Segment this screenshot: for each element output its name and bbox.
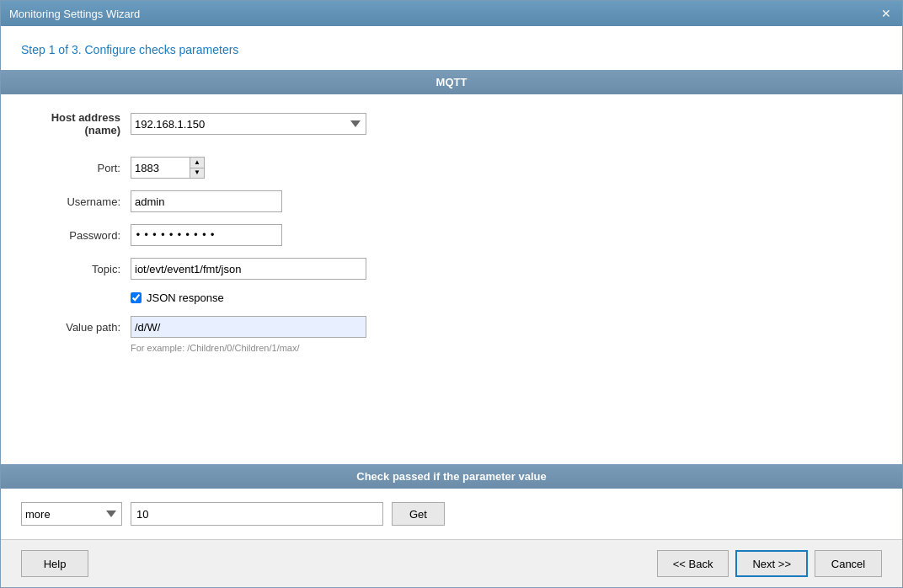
step-header: Step 1 of 3. Configure checks parameters — [1, 26, 902, 70]
password-label: Password: — [21, 229, 131, 242]
close-icon: ✕ — [881, 7, 891, 20]
host-select[interactable]: 192.168.1.150 — [131, 113, 366, 135]
back-button[interactable]: << Back — [657, 550, 729, 577]
port-spinner: ▲ ▼ — [190, 157, 205, 179]
form-area: Host address (name) 192.168.1.150 Port: … — [1, 94, 902, 464]
close-button[interactable]: ✕ — [879, 6, 894, 21]
check-area: more less equal not equal Get — [1, 489, 902, 539]
username-label: Username: — [21, 195, 131, 208]
step-title: Step 1 of 3. Configure checks parameters — [21, 43, 882, 56]
help-button[interactable]: Help — [21, 550, 88, 577]
password-input[interactable] — [131, 224, 282, 246]
footer: Help << Back Next >> Cancel — [1, 539, 902, 587]
window-title: Monitoring Settings Wizard — [9, 8, 140, 20]
json-response-label: JSON response — [147, 291, 224, 304]
topic-input[interactable] — [131, 258, 366, 280]
mqtt-section-header: MQTT — [1, 70, 902, 94]
username-row: Username: — [21, 190, 882, 212]
host-row: Host address (name) 192.168.1.150 — [21, 111, 882, 136]
port-label: Port: — [21, 162, 131, 174]
title-bar: Monitoring Settings Wizard ✕ — [1, 1, 902, 26]
value-path-hint: For example: /Children/0/Children/1/max/ — [21, 343, 882, 353]
check-title: Check passed if the parameter value — [356, 470, 546, 483]
password-row: Password: — [21, 224, 882, 246]
footer-left: Help — [21, 550, 88, 577]
next-button[interactable]: Next >> — [735, 550, 808, 577]
check-value-input[interactable] — [131, 502, 383, 526]
port-down-button[interactable]: ▼ — [190, 168, 204, 179]
main-window: Monitoring Settings Wizard ✕ Step 1 of 3… — [0, 0, 903, 588]
port-up-button[interactable]: ▲ — [190, 158, 204, 168]
json-response-row: JSON response — [21, 291, 882, 304]
topic-label: Topic: — [21, 263, 131, 275]
get-button[interactable]: Get — [392, 502, 445, 526]
check-section-header: Check passed if the parameter value — [1, 464, 902, 489]
condition-select[interactable]: more less equal not equal — [21, 502, 122, 526]
value-path-label: Value path: — [21, 321, 131, 334]
username-input[interactable] — [131, 190, 282, 212]
mqtt-title: MQTT — [436, 76, 468, 88]
cancel-button[interactable]: Cancel — [815, 550, 882, 577]
host-label: Host address (name) — [21, 111, 131, 136]
footer-right: << Back Next >> Cancel — [657, 550, 882, 577]
json-response-checkbox[interactable] — [131, 292, 142, 303]
port-container: ▲ ▼ — [131, 157, 205, 179]
value-path-input[interactable] — [131, 316, 366, 338]
port-input[interactable] — [131, 157, 190, 179]
port-row: Port: ▲ ▼ — [21, 157, 882, 179]
value-path-row: Value path: — [21, 316, 882, 338]
topic-row: Topic: — [21, 258, 882, 280]
